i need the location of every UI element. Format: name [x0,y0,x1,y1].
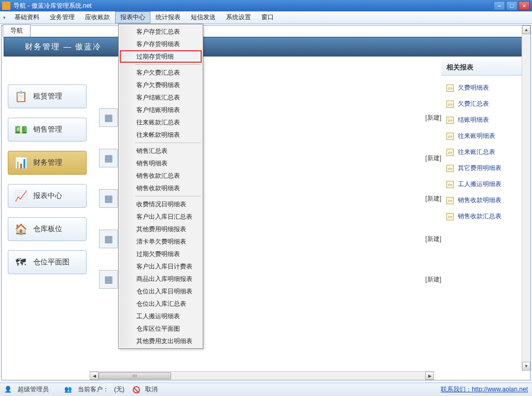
content-row-icon: ▦ [99,270,118,289]
dropdown-item[interactable]: 客户出入库日计费表 [120,260,202,273]
dropdown-item[interactable]: 客户结账汇总表 [120,91,202,104]
related-report-item[interactable]: ▭欠费明细表 [443,80,526,96]
nav-icon: 📋 [13,89,28,104]
related-report-item[interactable]: ▭往来账明细表 [443,128,526,144]
dropdown-item[interactable]: 销售明细表 [120,157,202,169]
dropdown-item[interactable]: 销售收款汇总表 [120,169,202,182]
close-button[interactable]: × [519,1,530,10]
dropdown-item[interactable]: 仓库区位平面图 [120,322,202,335]
scroll-track[interactable] [99,372,425,380]
new-link[interactable]: [新建] [425,154,441,163]
menu-报表中心[interactable]: 报表中心 [115,11,150,23]
nav-icon: 📈 [13,189,28,203]
vertical-scrollbar[interactable]: ▲ ▼ [522,25,530,371]
tab-nav[interactable]: 导航 [3,24,31,37]
menu-业务管理[interactable]: 业务管理 [45,11,80,23]
report-icon: ▭ [446,117,454,124]
scroll-right-icon[interactable]: ▶ [425,372,434,380]
maximize-button[interactable]: □ [506,1,517,10]
related-report-label: 工人搬运明细表 [458,180,501,189]
window-controls: – □ × [494,1,530,10]
related-report-label: 往来账汇总表 [458,148,495,157]
dropdown-item[interactable]: 仓位出入库汇总表 [120,298,202,310]
report-icon: ▭ [446,197,454,204]
dropdown-item[interactable]: 客户存货汇总表 [120,25,202,38]
dropdown-item[interactable]: 其他费用支出明细表 [120,335,202,347]
minimize-button[interactable]: – [494,1,505,10]
new-link[interactable]: [新建] [425,194,441,203]
menubar: ▾ 基础资料业务管理应收账款报表中心统计报表短信发送系统设置窗口 [0,11,532,24]
cancel-icon[interactable] [133,386,140,393]
new-link[interactable]: [新建] [425,275,441,284]
dropdown-item[interactable]: 客户出入库日汇总表 [120,210,202,223]
dropdown-separator [135,196,201,196]
menu-统计报表[interactable]: 统计报表 [150,11,186,23]
menu-基础资料[interactable]: 基础资料 [9,11,45,23]
nav-销售管理[interactable]: 💵销售管理 [8,118,87,142]
dropdown-item[interactable]: 过期欠费明细表 [120,248,202,260]
related-report-item[interactable]: ▭结账明细表 [443,112,526,128]
menu-窗口[interactable]: 窗口 [256,11,279,23]
nav-仓库板位[interactable]: 🏠仓库板位 [8,217,87,241]
horizontal-scrollbar[interactable]: ◀ ▶ [90,371,434,380]
right-panel-header: 相关报表 [441,60,528,76]
dropdown-item[interactable]: 客户欠费明细表 [120,79,202,91]
new-link[interactable]: [新建] [425,235,441,244]
nav-报表中心[interactable]: 📈报表中心 [8,184,87,208]
statusbar: 👤 超级管理员 👥 当前客户： (无) 取消 联系我们：http://www.a… [0,383,532,396]
report-icon: ▭ [446,213,454,220]
menubar-chevron-icon[interactable]: ▾ [3,15,9,20]
tab-strip: 导航 [2,25,530,37]
related-report-item[interactable]: ▭销售收款汇总表 [443,208,526,224]
related-report-item[interactable]: ▭其它费用明细表 [443,160,526,176]
dropdown-item[interactable]: 客户结账明细表 [120,104,202,116]
dropdown-item[interactable]: 销售汇总表 [120,145,202,157]
status-user: 超级管理员 [18,385,49,394]
related-report-item[interactable]: ▭欠费汇总表 [443,96,526,112]
nav-财务管理[interactable]: 📊财务管理 [8,151,87,175]
nav-label: 仓库板位 [33,224,62,234]
dropdown-item[interactable]: 销售收款明细表 [120,182,202,194]
scroll-left-icon[interactable]: ◀ [90,372,99,380]
related-report-item[interactable]: ▭往来账汇总表 [443,144,526,160]
related-report-item[interactable]: ▭销售收款明细表 [443,192,526,208]
nav-仓位平面图[interactable]: 🗺仓位平面图 [8,250,87,274]
dropdown-item[interactable]: 清卡单欠费明细表 [120,235,202,248]
right-panel: 相关报表 ▭欠费明细表▭欠费汇总表▭结账明细表▭往来账明细表▭往来账汇总表▭其它… [441,60,528,378]
dropdown-item[interactable]: 往来帐款明细表 [120,129,202,141]
menu-应收账款[interactable]: 应收账款 [80,11,115,23]
dropdown-item[interactable]: 客户欠费汇总表 [120,66,202,79]
dropdown-item[interactable]: 客户存货明细表 [120,38,202,50]
dropdown-separator [135,143,201,143]
nav-icon: 📊 [13,155,28,170]
dropdown-item[interactable]: 仓位出入库日明细表 [120,285,202,298]
dropdown-item[interactable]: 过期存货明细 [120,50,202,63]
nav-icon: 💵 [13,122,28,137]
scroll-thumb[interactable] [99,372,171,379]
contact-label[interactable]: 联系我们： [441,386,472,393]
new-link[interactable]: [新建] [425,114,441,122]
dropdown-item[interactable]: 商品出入库明细报表 [120,273,202,285]
scroll-down-icon[interactable]: ▼ [522,362,530,371]
nav-icon: 🏠 [13,222,28,236]
related-report-item[interactable]: ▭工人搬运明细表 [443,176,526,192]
menu-系统设置[interactable]: 系统设置 [221,11,256,23]
user-icon: 👤 [4,386,12,394]
dropdown-item[interactable]: 往来账款汇总表 [120,116,202,129]
nav-租赁管理[interactable]: 📋租赁管理 [8,84,87,108]
nav-label: 租赁管理 [33,92,62,101]
titlebar: 导航 - 傲蓝冷库管理系统.net – □ × [0,0,532,11]
report-icon: ▭ [446,133,454,140]
content-row-icon: ▦ [99,230,118,248]
dropdown-item[interactable]: 收费情况日明细表 [120,198,202,210]
menu-短信发送[interactable]: 短信发送 [186,11,221,23]
content-row-icon: ▦ [99,108,118,127]
status-cancel[interactable]: 取消 [145,385,158,394]
contact-link[interactable]: http://www.aolan.net [472,386,528,393]
nav-label: 仓位平面图 [33,258,69,267]
dropdown-item[interactable]: 工人搬运明细表 [120,310,202,322]
window-title: 导航 - 傲蓝冷库管理系统.net [13,2,494,10]
dropdown-item[interactable]: 其他费用明细报表 [120,223,202,235]
banner-title: 财务管理 — 傲蓝冷 [25,42,102,52]
scroll-up-icon[interactable]: ▲ [522,25,530,34]
